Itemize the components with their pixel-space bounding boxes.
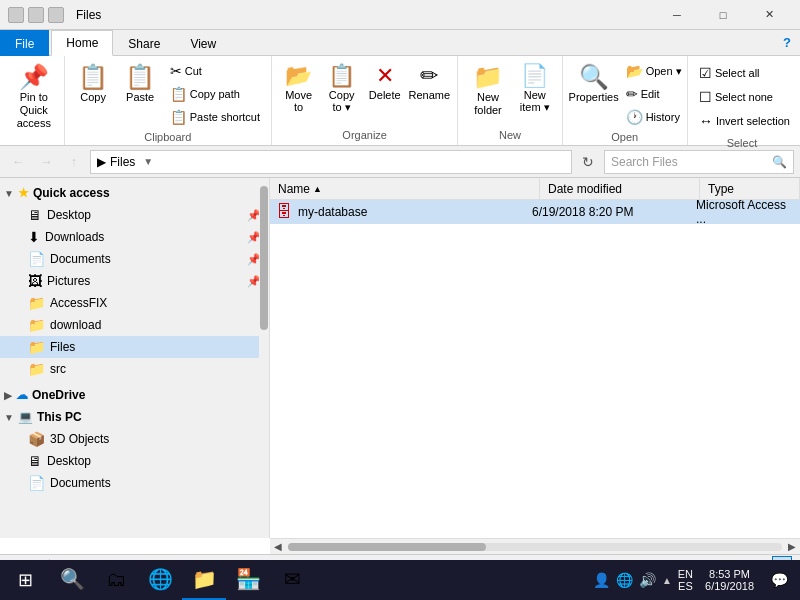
sidebar-item-documents[interactable]: 📄 Documents 📌 <box>0 248 269 270</box>
tab-share[interactable]: Share <box>113 30 175 56</box>
select-none-button[interactable]: ☐ Select none <box>694 86 795 108</box>
sidebar-item-src[interactable]: 📁 src <box>0 358 269 380</box>
new-folder-button[interactable]: 📁 Newfolder <box>464 60 512 126</box>
copy-path-icon: 📋 <box>170 86 187 102</box>
sidebar-item-desktop-pc[interactable]: 🖥 Desktop <box>0 450 269 472</box>
rename-button[interactable]: ✏ Rename <box>407 60 451 126</box>
this-pc-label: This PC <box>37 410 82 424</box>
col-date-label: Date modified <box>548 182 622 196</box>
quick-access-icon: ★ <box>18 186 29 200</box>
onedrive-label: OneDrive <box>32 388 85 402</box>
properties-button[interactable]: 🔍 Properties <box>569 60 619 126</box>
pin-icon: 📌 <box>19 65 49 89</box>
3dobjects-icon: 📦 <box>28 431 45 447</box>
taskbar-explorer-button[interactable]: 📁 <box>182 560 226 600</box>
edit-button[interactable]: ✏ Edit <box>621 83 687 105</box>
sidebar-section-this-pc[interactable]: ▼ 💻 This PC <box>0 406 269 428</box>
history-icon: 🕐 <box>626 109 643 125</box>
search-box[interactable]: Search Files 🔍 <box>604 150 794 174</box>
paste-shortcut-button[interactable]: 📋 Paste shortcut <box>165 106 265 128</box>
hscroll-left-button[interactable]: ◀ <box>270 539 286 555</box>
close-button[interactable]: ✕ <box>746 0 792 30</box>
copy-to-button[interactable]: 📋 Copyto ▾ <box>321 60 362 126</box>
refresh-button[interactable]: ↻ <box>576 150 600 174</box>
people-icon[interactable]: 👤 <box>593 572 610 588</box>
move-to-button[interactable]: 📂 Move to <box>278 60 319 126</box>
sidebar-item-download[interactable]: 📁 download <box>0 314 269 336</box>
cut-icon: ✂ <box>170 63 182 79</box>
hscroll-right-button[interactable]: ▶ <box>784 539 800 555</box>
sound-icon[interactable]: 🔊 <box>639 572 656 588</box>
sidebar-item-desktop[interactable]: 🖥 Desktop 📌 <box>0 204 269 226</box>
download-folder-icon: 📁 <box>28 317 45 333</box>
notification-button[interactable]: 💬 <box>766 560 792 600</box>
sidebar-item-pictures[interactable]: 🖼 Pictures 📌 <box>0 270 269 292</box>
ribbon-group-clipboard: 📋 Copy 📋 Paste ✂ Cut 📋 Copy path 📋 <box>65 56 272 145</box>
help-button[interactable]: ? <box>774 29 800 55</box>
sidebar-item-3dobjects[interactable]: 📦 3D Objects <box>0 428 269 450</box>
taskbar-explorer-icon: 📁 <box>192 567 217 591</box>
taskbar-mail-button[interactable]: ✉ <box>270 560 314 600</box>
accessfix-icon: 📁 <box>28 295 45 311</box>
start-button[interactable]: ⊞ <box>0 560 50 600</box>
download-label: download <box>50 318 101 332</box>
sidebar-item-accessfix[interactable]: 📁 AccessFIX <box>0 292 269 314</box>
sidebar-item-documents-pc[interactable]: 📄 Documents <box>0 472 269 494</box>
taskbar-taskview-button[interactable]: 🗂 <box>94 560 138 600</box>
clipboard-group-label: Clipboard <box>71 128 265 147</box>
taskbar-store-icon: 🏪 <box>236 567 261 591</box>
horizontal-scrollbar[interactable]: ◀ ▶ <box>270 538 800 554</box>
tab-view[interactable]: View <box>175 30 231 56</box>
network-icon[interactable]: 🌐 <box>616 572 633 588</box>
history-button[interactable]: 🕐 History <box>621 106 687 128</box>
forward-button[interactable]: → <box>34 150 58 174</box>
select-all-button[interactable]: ☑ Select all <box>694 62 795 84</box>
taskbar-edge-button[interactable]: 🌐 <box>138 560 182 600</box>
sidebar-section-onedrive[interactable]: ▶ ☁ OneDrive <box>0 384 269 406</box>
sidebar-section-quick-access[interactable]: ▼ ★ Quick access <box>0 182 269 204</box>
db-file-icon: 🗄 <box>274 203 294 221</box>
copy-path-button[interactable]: 📋 Copy path <box>165 83 265 105</box>
taskbar-store-button[interactable]: 🏪 <box>226 560 270 600</box>
clock-time: 8:53 PM <box>709 568 750 580</box>
addressbar: ← → ↑ ▶ Files ▼ ↻ Search Files 🔍 <box>0 146 800 178</box>
invert-selection-button[interactable]: ↔ Invert selection <box>694 110 795 132</box>
desktop-pc-label: Desktop <box>47 454 91 468</box>
sidebar-item-files[interactable]: 📁 Files <box>0 336 269 358</box>
pin-to-quick-access-button[interactable]: 📌 Pin to Quickaccess <box>10 60 58 126</box>
documents-pc-icon: 📄 <box>28 475 45 491</box>
tab-home[interactable]: Home <box>51 30 113 56</box>
maximize-button[interactable]: □ <box>700 0 746 30</box>
col-header-type[interactable]: Type <box>700 178 800 199</box>
main-area: ▼ ★ Quick access 🖥 Desktop 📌 ⬇ Downloads… <box>0 178 800 538</box>
accessfix-label: AccessFIX <box>50 296 107 310</box>
paste-button[interactable]: 📋 Paste <box>118 60 163 126</box>
quick-access-chevron: ▼ <box>4 188 14 199</box>
new-item-button[interactable]: 📄 Newitem ▾ <box>514 60 556 126</box>
tab-file[interactable]: File <box>0 30 49 56</box>
minimize-button[interactable]: ─ <box>654 0 700 30</box>
new-item-label: Newitem ▾ <box>520 89 550 114</box>
clock[interactable]: 8:53 PM 6/19/2018 <box>699 568 760 592</box>
pin-group-label <box>10 138 58 145</box>
sidebar-scrollbar[interactable] <box>259 178 269 538</box>
ribbon-tabs: File Home Share View ? <box>0 30 800 56</box>
copy-to-icon: 📋 <box>328 65 355 87</box>
open-group-label: Open <box>569 128 681 147</box>
back-button[interactable]: ← <box>6 150 30 174</box>
open-button[interactable]: 📂 Open ▾ <box>621 60 687 82</box>
delete-button[interactable]: ✕ Delete <box>364 60 405 126</box>
file-row-my-database[interactable]: 🗄 my-database 6/19/2018 8:20 PM Microsof… <box>270 200 800 224</box>
col-header-name[interactable]: Name ▲ <box>270 178 540 199</box>
rename-icon: ✏ <box>420 65 438 87</box>
invert-icon: ↔ <box>699 113 713 129</box>
address-box[interactable]: ▶ Files ▼ <box>90 150 572 174</box>
col-header-date[interactable]: Date modified <box>540 178 700 199</box>
documents-icon: 📄 <box>28 251 45 267</box>
taskbar-search-button[interactable]: 🔍 <box>50 560 94 600</box>
up-button[interactable]: ↑ <box>62 150 86 174</box>
cut-button[interactable]: ✂ Cut <box>165 60 265 82</box>
tray-chevron[interactable]: ▲ <box>662 575 672 586</box>
copy-button[interactable]: 📋 Copy <box>71 60 116 126</box>
sidebar-item-downloads[interactable]: ⬇ Downloads 📌 <box>0 226 269 248</box>
